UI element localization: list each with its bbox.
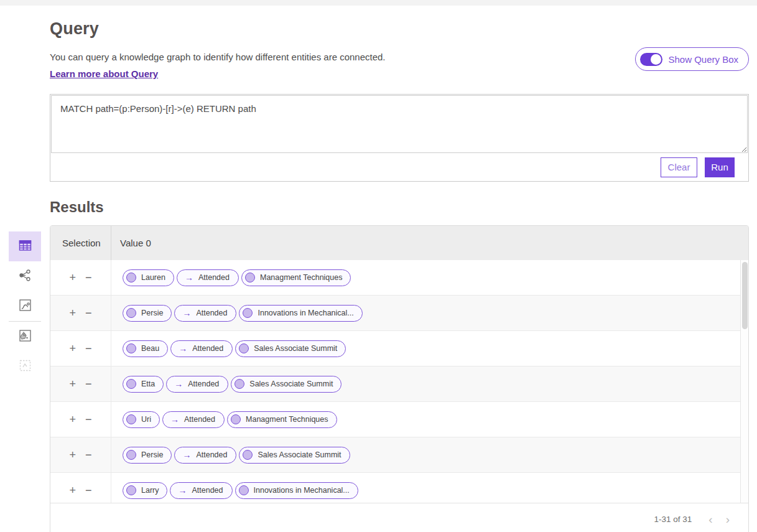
- results-title: Results: [50, 198, 749, 216]
- chip-label: Persie: [141, 309, 163, 317]
- row-value-cell: Persie→AttendedSales Associate Summit: [111, 447, 748, 464]
- remove-selection-button[interactable]: −: [85, 343, 92, 354]
- sidebar-item-route-map[interactable]: [9, 291, 41, 321]
- relationship-chip[interactable]: →Attended: [177, 269, 239, 286]
- relationship-chip[interactable]: →Attended: [170, 340, 233, 357]
- add-selection-button[interactable]: +: [69, 485, 76, 496]
- table-row: +−Beau→AttendedSales Associate Summit: [50, 331, 748, 366]
- add-selection-button[interactable]: +: [69, 272, 76, 283]
- row-value-cell: Lauren→AttendedManagment Techniques: [111, 269, 748, 286]
- clear-button[interactable]: Clear: [661, 157, 697, 177]
- entity-chip[interactable]: Lauren: [123, 269, 174, 286]
- chip-label: Lauren: [141, 273, 165, 282]
- entity-node-icon: [245, 273, 255, 282]
- chip-label: Attended: [198, 273, 230, 282]
- entity-chip[interactable]: Innovations in Mechanical...: [239, 305, 362, 322]
- entity-node-icon: [243, 450, 253, 460]
- results-table-header: Selection Value 0: [50, 226, 748, 260]
- entity-chip[interactable]: Uri: [123, 411, 160, 428]
- entity-node-icon: [126, 379, 136, 389]
- sidebar-item-table-view[interactable]: [9, 231, 41, 261]
- remove-selection-button[interactable]: −: [85, 485, 92, 496]
- chip-label: Attended: [188, 380, 219, 388]
- add-selection-button[interactable]: +: [69, 414, 76, 425]
- add-selection-button[interactable]: +: [69, 378, 76, 390]
- route-map-icon: [19, 299, 32, 314]
- entity-node-icon: [126, 485, 136, 495]
- entity-node-icon: [126, 343, 136, 353]
- row-selection-cell: +−: [50, 473, 111, 503]
- results-body: +−Lauren→AttendedManagment Techniques+−P…: [50, 260, 748, 503]
- arrow-right-icon: →: [182, 309, 191, 317]
- entity-chip[interactable]: Sales Associate Summit: [235, 340, 346, 357]
- map-overlay-icon: [19, 329, 32, 345]
- chip-label: Attended: [192, 486, 223, 495]
- remove-selection-button[interactable]: −: [85, 272, 92, 283]
- entity-chip[interactable]: Innovations in Mechanical...: [235, 482, 358, 499]
- column-header-value-0: Value 0: [111, 238, 151, 248]
- sidebar-item-layout-disabled: [9, 352, 41, 381]
- query-box-panel: MATCH path=(p:Person)-[r]->(e) RETURN pa…: [50, 94, 749, 182]
- add-selection-button[interactable]: +: [69, 343, 76, 354]
- next-page-icon[interactable]: ›: [726, 513, 730, 525]
- query-input[interactable]: MATCH path=(p:Person)-[r]->(e) RETURN pa…: [51, 95, 748, 153]
- table-row: +−Persie→AttendedInnovations in Mechanic…: [50, 296, 748, 331]
- add-selection-button[interactable]: +: [69, 307, 76, 319]
- add-selection-button[interactable]: +: [69, 449, 76, 460]
- remove-selection-button[interactable]: −: [85, 378, 92, 390]
- entity-chip[interactable]: Larry: [123, 482, 167, 499]
- entity-node-icon: [239, 343, 249, 353]
- pagination-controls: ‹ ›: [708, 513, 730, 525]
- top-edge-strip: [0, 0, 757, 6]
- row-value-cell: Beau→AttendedSales Associate Summit: [111, 340, 748, 357]
- chip-label: Beau: [141, 344, 159, 353]
- relationship-chip[interactable]: →Attended: [174, 447, 236, 464]
- entity-chip[interactable]: Sales Associate Summit: [231, 376, 341, 393]
- chip-label: Sales Associate Summit: [249, 380, 333, 388]
- table-row: +−Lauren→AttendedManagment Techniques: [50, 260, 748, 296]
- row-selection-cell: +−: [50, 296, 111, 330]
- sidebar-item-link-chart[interactable]: [9, 261, 41, 291]
- chip-label: Uri: [141, 415, 151, 424]
- arrow-right-icon: →: [178, 486, 187, 495]
- scrollbar-thumb[interactable]: [742, 262, 748, 329]
- relationship-chip[interactable]: →Attended: [162, 411, 225, 428]
- entity-chip[interactable]: Sales Associate Summit: [239, 447, 350, 464]
- remove-selection-button[interactable]: −: [85, 449, 92, 460]
- relationship-chip[interactable]: →Attended: [170, 482, 232, 499]
- chip-label: Attended: [184, 415, 215, 424]
- arrow-right-icon: →: [182, 450, 191, 459]
- entity-chip[interactable]: Persie: [123, 447, 172, 464]
- learn-more-link[interactable]: Learn more about Query: [50, 68, 158, 79]
- chip-label: Attended: [196, 309, 227, 317]
- entity-node-icon: [231, 414, 241, 424]
- entity-node-icon: [126, 308, 136, 318]
- sidebar-item-map-overlay[interactable]: [9, 322, 41, 352]
- run-button[interactable]: Run: [705, 157, 735, 177]
- table-row: +−Persie→AttendedSales Associate Summit: [50, 437, 748, 473]
- chip-label: Persie: [141, 450, 163, 459]
- entity-node-icon: [126, 273, 136, 282]
- entity-chip[interactable]: Managment Techniques: [227, 411, 337, 428]
- chip-label: Sales Associate Summit: [254, 344, 337, 353]
- toggle-switch-icon[interactable]: [640, 53, 662, 66]
- chip-label: Managment Techniques: [260, 273, 343, 282]
- results-table: Selection Value 0 +−Lauren→AttendedManag…: [50, 225, 749, 532]
- show-query-box-toggle[interactable]: Show Query Box: [635, 47, 749, 71]
- layout-disabled-icon: [19, 359, 32, 375]
- entity-node-icon: [239, 485, 249, 495]
- entity-chip[interactable]: Managment Techniques: [241, 269, 351, 286]
- page-title: Query: [50, 19, 749, 39]
- entity-chip[interactable]: Beau: [123, 340, 168, 357]
- row-value-cell: Larry→AttendedInnovations in Mechanical.…: [111, 482, 748, 499]
- relationship-chip[interactable]: →Attended: [166, 376, 228, 393]
- entity-chip[interactable]: Persie: [123, 305, 172, 322]
- previous-page-icon[interactable]: ‹: [708, 513, 712, 525]
- results-scrollbar[interactable]: [740, 260, 748, 503]
- chip-label: Managment Techniques: [246, 415, 328, 424]
- remove-selection-button[interactable]: −: [85, 414, 92, 425]
- table-view-icon: [19, 239, 32, 254]
- remove-selection-button[interactable]: −: [85, 307, 92, 319]
- relationship-chip[interactable]: →Attended: [174, 305, 236, 322]
- entity-chip[interactable]: Etta: [123, 376, 164, 393]
